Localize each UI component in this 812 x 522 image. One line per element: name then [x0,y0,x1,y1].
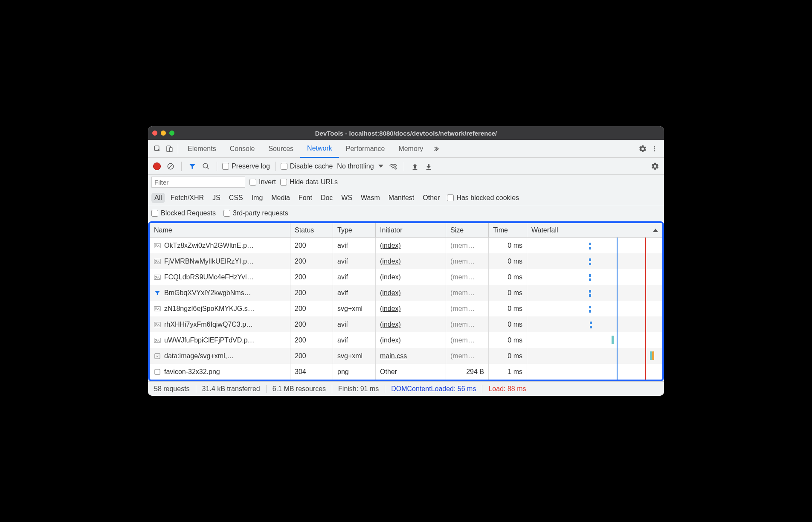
cell-initiator[interactable]: (index) [376,301,446,316]
maximize-window-button[interactable] [169,130,174,136]
cell-status: 200 [290,269,333,285]
disable-cache-checkbox[interactable]: Disable cache [281,162,333,170]
tab-performance[interactable]: Performance [339,140,392,158]
cell-type: avif [333,269,376,285]
download-har-icon[interactable] [423,161,434,172]
img-file-icon [154,243,161,249]
table-row[interactable]: data:image/svg+xml,…200svg+xmlmain.css(m… [150,348,662,364]
tab-network[interactable]: Network [300,140,339,158]
more-tabs-icon[interactable] [430,143,442,155]
third-party-checkbox[interactable]: 3rd-party requests [223,209,288,217]
close-window-button[interactable] [152,130,157,136]
filter-type-manifest[interactable]: Manifest [386,193,417,203]
col-type[interactable]: Type [333,223,376,237]
cell-time: 0 ms [489,285,527,301]
kebab-menu-icon[interactable] [649,143,661,155]
table-row[interactable]: BmGbqXVYxlY2kwgbNms…200avif(index)(mem…0… [150,285,662,301]
device-toggle-icon[interactable] [163,143,175,155]
img-file-icon [154,322,161,328]
record-button[interactable] [151,161,162,172]
filter-type-css[interactable]: CSS [226,193,246,203]
cell-initiator[interactable]: (index) [376,269,446,285]
svg-point-14 [156,244,157,245]
cell-type: avif [333,332,376,348]
table-row[interactable]: OkTz8xZwi0zVh2GWltnE.p…200avif(index)(me… [150,238,662,253]
has-blocked-cookies-checkbox[interactable]: Has blocked cookies [447,194,519,202]
table-row[interactable]: favicon-32x32.png304pngOther294 B1 ms [150,364,662,380]
cell-initiator[interactable]: (index) [376,332,446,348]
table-row[interactable]: uWWJfuFbpiClEFjPTdVD.p…200avif(index)(me… [150,332,662,348]
col-waterfall[interactable]: Waterfall [527,223,662,237]
table-row[interactable]: FCQLdbRS9UMc4eFHzYvI…200avif(index)(mem…… [150,269,662,285]
tab-console[interactable]: Console [223,140,262,158]
status-domcontentloaded: DOMContentLoaded: 56 ms [385,385,482,393]
filter-toggle-icon[interactable] [187,161,198,172]
network-conditions-icon[interactable] [388,161,399,172]
disable-cache-label: Disable cache [290,162,333,170]
status-resources: 6.1 MB resources [267,385,332,393]
inspect-element-icon[interactable] [151,143,163,155]
col-name[interactable]: Name [150,223,290,237]
chevron-down-icon [378,165,383,168]
filter-type-other[interactable]: Other [420,193,443,203]
cell-time: 0 ms [489,332,527,348]
filter-type-all[interactable]: All [151,193,165,203]
preserve-log-checkbox[interactable]: Preserve log [222,162,270,170]
filter-type-font[interactable]: Font [296,193,315,203]
network-toolbar: Preserve log Disable cache No throttling [148,158,664,175]
minimize-window-button[interactable] [161,130,166,136]
cell-size: (mem… [446,301,489,316]
settings-icon[interactable] [637,143,649,155]
col-size[interactable]: Size [446,223,489,237]
upload-har-icon[interactable] [409,161,420,172]
filter-type-doc[interactable]: Doc [318,193,336,203]
cell-name: FCQLdbRS9UMc4eFHzYvI… [150,269,290,285]
cell-size: (mem… [446,316,489,332]
status-bar: 58 requests 31.4 kB transferred 6.1 MB r… [148,381,664,396]
cell-waterfall [527,364,662,380]
cell-time: 0 ms [489,253,527,269]
col-status[interactable]: Status [290,223,333,237]
svg-point-22 [156,323,157,324]
cell-type: svg+xml [333,348,376,364]
filter-type-ws[interactable]: WS [338,193,355,203]
svg-point-18 [156,276,157,277]
table-row[interactable]: rhXHHi7yxFm6IqiwQ7C3.p…200avif(index)(me… [150,316,662,332]
tab-elements[interactable]: Elements [181,140,223,158]
panel-settings-icon[interactable] [650,161,661,172]
cell-type: png [333,364,376,380]
blocked-requests-checkbox[interactable]: Blocked Requests [151,209,216,217]
filter-type-wasm[interactable]: Wasm [358,193,383,203]
search-icon[interactable] [200,161,212,172]
table-row[interactable]: zN18ngzI6ejSpoKMYKJG.s…200svg+xml(index)… [150,301,662,316]
invert-checkbox[interactable]: Invert [249,178,276,186]
cell-initiator[interactable]: main.css [376,348,446,364]
tab-memory[interactable]: Memory [392,140,430,158]
throttling-select[interactable]: No throttling [335,162,385,170]
cell-name: OkTz8xZwi0zVh2GWltnE.p… [150,238,290,253]
filter-type-img[interactable]: Img [249,193,266,203]
cell-initiator[interactable]: (index) [376,253,446,269]
col-time[interactable]: Time [489,223,527,237]
filter-type-media[interactable]: Media [268,193,293,203]
filter-input[interactable] [151,177,245,188]
col-initiator[interactable]: Initiator [376,223,446,237]
cell-initiator[interactable]: (index) [376,316,446,332]
cell-name: FjVMRBNwMylIkUElRzYI.p… [150,253,290,269]
svg-point-24 [156,339,157,340]
filter-type-js[interactable]: JS [209,193,223,203]
cell-status: 200 [290,332,333,348]
filter-type-fetchxhr[interactable]: Fetch/XHR [168,193,207,203]
clear-icon[interactable] [165,161,176,172]
cell-initiator[interactable]: Other [376,364,446,380]
tab-sources[interactable]: Sources [261,140,300,158]
devtools-window: DevTools - localhost:8080/docs/devtools/… [148,126,664,396]
table-row[interactable]: FjVMRBNwMylIkUElRzYI.p…200avif(index)(me… [150,253,662,269]
status-finish: Finish: 91 ms [332,385,385,393]
sort-arrow-icon [653,229,658,232]
cell-initiator[interactable]: (index) [376,238,446,253]
svg-rect-12 [426,169,431,169]
cell-time: 0 ms [489,269,527,285]
cell-initiator[interactable]: (index) [376,285,446,301]
hide-data-urls-checkbox[interactable]: Hide data URLs [280,178,338,186]
